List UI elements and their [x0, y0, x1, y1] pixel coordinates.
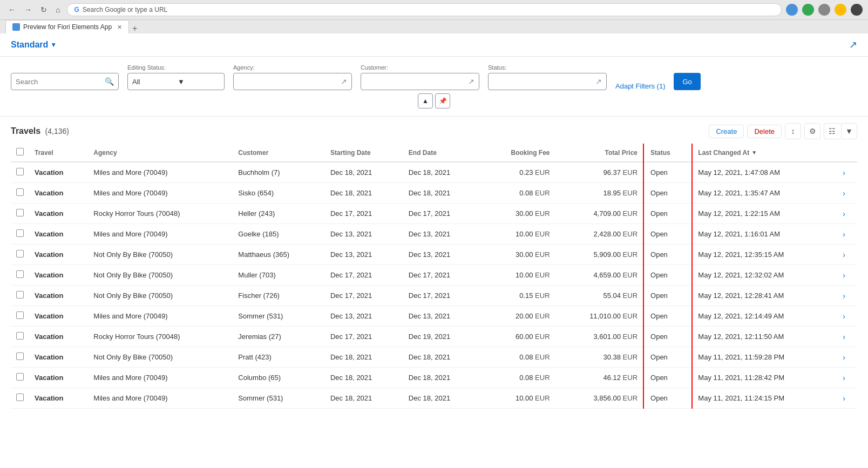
- agency-group: Agency: ↗: [233, 64, 352, 90]
- status-cell-2: Open: [643, 204, 692, 224]
- create-button[interactable]: Create: [709, 125, 744, 138]
- row-checkbox-11[interactable]: [16, 394, 24, 401]
- row-navigate-icon-7[interactable]: ›: [843, 312, 845, 321]
- travel-type-2: Vacation: [35, 209, 63, 218]
- row-checkbox-1[interactable]: [16, 188, 24, 196]
- row-checkbox-7[interactable]: [16, 311, 24, 319]
- start-date-cell-1: Dec 18, 2021: [325, 183, 403, 204]
- customer-value-help-icon[interactable]: ↗: [468, 77, 474, 86]
- row-checkbox-6[interactable]: [16, 291, 24, 299]
- row-checkbox-2[interactable]: [16, 209, 24, 216]
- address-text: Search Google or type a URL: [83, 6, 167, 13]
- end-date-column-header: End Date: [403, 144, 482, 162]
- customer-input[interactable]: [365, 78, 465, 86]
- view-toggle-group: ☷ ▼: [824, 123, 857, 139]
- agency-cell-4: Not Only By Bike (70050): [88, 245, 233, 265]
- travel-type-0: Vacation: [35, 168, 63, 177]
- travel-type-1: Vacation: [35, 189, 63, 197]
- data-table: Travel Agency Customer Starting Date End…: [11, 144, 857, 409]
- booking-fee-cell-2: 30.00 EUR: [482, 204, 555, 224]
- table-row: Vacation Miles and More (70049) Columbo …: [11, 368, 857, 388]
- row-checkbox-3[interactable]: [16, 229, 24, 237]
- adapt-filters-link[interactable]: Adapt Filters (1): [615, 78, 665, 90]
- last-changed-cell-7: May 12, 2021, 12:14:49 AM: [692, 306, 837, 327]
- row-navigate-icon-11[interactable]: ›: [843, 394, 845, 403]
- row-navigate-icon-10[interactable]: ›: [843, 374, 845, 382]
- status-cell-11: Open: [643, 388, 692, 409]
- row-navigate-icon-8[interactable]: ›: [843, 333, 845, 341]
- row-checkbox-10[interactable]: [16, 373, 24, 381]
- booking-fee-cell-9: 0.08 EUR: [482, 347, 555, 368]
- sort-button[interactable]: ↕: [785, 123, 801, 139]
- search-field-container[interactable]: 🔍: [11, 73, 119, 90]
- row-navigate-icon-4[interactable]: ›: [843, 250, 845, 259]
- row-navigate-icon-1[interactable]: ›: [843, 189, 845, 198]
- refresh-button[interactable]: ↻: [38, 4, 50, 15]
- row-checkbox-9[interactable]: [16, 352, 24, 360]
- table-view-button[interactable]: ☷: [824, 123, 840, 139]
- pin-filters-button[interactable]: 📌: [435, 93, 450, 108]
- agency-input[interactable]: [238, 78, 337, 86]
- agency-field-container[interactable]: ↗: [233, 73, 352, 90]
- row-navigate-icon-3[interactable]: ›: [843, 230, 845, 239]
- editing-status-select[interactable]: All ▼: [127, 73, 225, 90]
- end-date-cell-1: Dec 18, 2021: [403, 183, 482, 204]
- travel-type-5: Vacation: [35, 271, 63, 279]
- collapse-filters-button[interactable]: ▲: [418, 93, 433, 108]
- browser-icon-1: [786, 4, 798, 16]
- booking-fee-cell-0: 0.23 EUR: [482, 162, 555, 183]
- start-date-cell-2: Dec 17, 2021: [325, 204, 403, 224]
- address-bar[interactable]: G Search Google or type a URL: [67, 3, 782, 16]
- agency-cell-3: Miles and More (70049): [88, 224, 233, 245]
- row-navigate-icon-9[interactable]: ›: [843, 353, 845, 362]
- tab-favicon: [12, 23, 20, 31]
- status-cell-8: Open: [643, 327, 692, 347]
- customer-cell-9: Pratt (423): [233, 347, 325, 368]
- expand-view-button[interactable]: ▼: [841, 123, 857, 139]
- app-title[interactable]: Standard ▼: [11, 40, 57, 50]
- customer-cell-3: Goelke (185): [233, 224, 325, 245]
- external-link-icon[interactable]: ↗: [849, 39, 857, 51]
- new-tab-button[interactable]: +: [129, 24, 140, 33]
- forward-button[interactable]: →: [22, 4, 35, 15]
- search-input[interactable]: [16, 78, 101, 86]
- status-field-container[interactable]: ↗: [488, 73, 607, 90]
- back-button[interactable]: ←: [5, 4, 18, 15]
- row-checkbox-8[interactable]: [16, 332, 24, 340]
- agency-value-help-icon[interactable]: ↗: [341, 77, 347, 86]
- browser-icon-4: [835, 4, 846, 16]
- table-title-area: Travels (4,136): [11, 126, 69, 136]
- table-row: Vacation Not Only By Bike (70050) Muller…: [11, 265, 857, 286]
- travel-type-11: Vacation: [35, 394, 63, 402]
- table-title: Travels (4,136): [11, 126, 69, 135]
- settings-button[interactable]: ⚙: [804, 123, 820, 139]
- app-title-text: Standard: [11, 40, 48, 50]
- customer-cell-8: Jeremias (27): [233, 327, 325, 347]
- select-all-header[interactable]: [11, 144, 29, 162]
- agency-cell-1: Miles and More (70049): [88, 183, 233, 204]
- end-date-cell-6: Dec 17, 2021: [403, 286, 482, 306]
- row-navigate-icon-0[interactable]: ›: [843, 168, 845, 177]
- status-input[interactable]: [493, 78, 592, 86]
- active-tab[interactable]: Preview for Fiori Elements App ✕: [5, 20, 129, 33]
- row-navigate-icon-5[interactable]: ›: [843, 271, 845, 280]
- customer-field-container[interactable]: ↗: [361, 73, 479, 90]
- status-value-help-icon[interactable]: ↗: [595, 77, 602, 86]
- row-navigate-icon-6[interactable]: ›: [843, 291, 845, 300]
- booking-fee-cell-6: 0.15 EUR: [482, 286, 555, 306]
- customer-cell-0: Buchholm (7): [233, 162, 325, 183]
- row-checkbox-5[interactable]: [16, 270, 24, 278]
- row-checkbox-4[interactable]: [16, 250, 24, 257]
- table-header-row: Travels (4,136) Create Delete ↕ ⚙ ☷ ▼: [11, 117, 857, 144]
- end-date-cell-7: Dec 13, 2021: [403, 306, 482, 327]
- agency-cell-10: Miles and More (70049): [88, 368, 233, 388]
- tab-close-button[interactable]: ✕: [117, 24, 122, 31]
- sort-descending-icon[interactable]: ▼: [751, 150, 757, 155]
- select-all-checkbox[interactable]: [16, 148, 24, 155]
- go-button[interactable]: Go: [674, 73, 700, 90]
- delete-button[interactable]: Delete: [747, 125, 782, 138]
- home-button[interactable]: ⌂: [53, 4, 63, 15]
- travel-type-8: Vacation: [35, 333, 63, 341]
- row-navigate-icon-2[interactable]: ›: [843, 209, 845, 218]
- row-checkbox-0[interactable]: [16, 168, 24, 175]
